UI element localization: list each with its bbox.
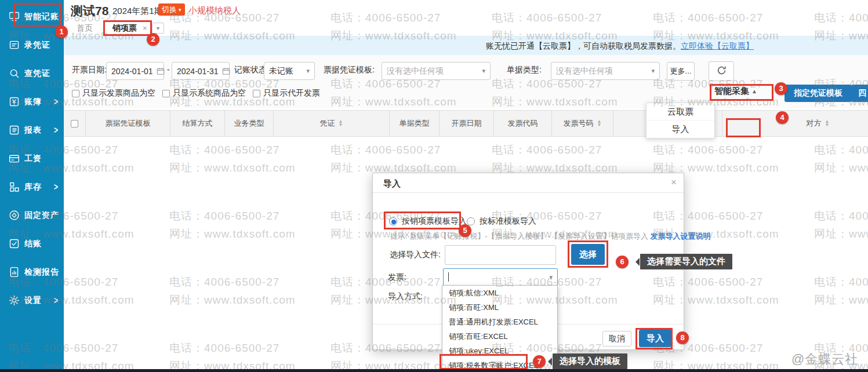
smart-collect-menu: 云取票导入 — [646, 103, 715, 138]
menu-item-导入[interactable]: 导入 — [647, 121, 714, 138]
dialog-hint: 提示: 新版菜单【记账报税】-【票据导入模板】-【发票导入设置】销项票导入 发票… — [390, 231, 711, 242]
tab-list-dropdown[interactable]: ▾ — [152, 23, 164, 34]
chevron-right-icon: > — [54, 125, 58, 135]
voucher-template-label: 票据凭证模板: — [324, 65, 375, 75]
closing-icon — [8, 238, 20, 250]
chevron-down-icon: ▾ — [482, 67, 485, 75]
column-header-10[interactable]: 对方▲▼ — [722, 111, 868, 136]
close-tab-icon[interactable]: × — [143, 24, 147, 32]
assign-voucher-template-button[interactable]: 指定凭证模板 — [785, 85, 852, 102]
invoice-option-1[interactable]: 销项:航信:XML — [442, 286, 557, 300]
column-header-4[interactable]: 凭证▲▼ — [274, 111, 390, 136]
date-separator: - — [167, 65, 170, 74]
refresh-button[interactable] — [709, 61, 734, 81]
chevron-right-icon: > — [54, 295, 58, 305]
notice-link[interactable]: 立即体验【云取票】 — [681, 41, 754, 50]
checkbox-icon[interactable] — [72, 90, 79, 97]
date-to-field[interactable] — [172, 62, 230, 80]
radio-unselected-icon[interactable] — [467, 217, 475, 225]
import-file-input[interactable] — [445, 245, 556, 265]
voucher-template-select[interactable]: 没有选中任何项 ▾ — [382, 62, 491, 80]
sidebar-item-check-report[interactable]: 检测报告 — [0, 258, 64, 286]
invoice-option-3[interactable]: 普通:通用机打发票:EXCEL — [442, 315, 557, 329]
smart-collect-button[interactable]: 智能采集 ▲ — [714, 86, 757, 97]
invoice-option-4[interactable]: 销项:百旺:EXCEL — [442, 329, 557, 344]
chevron-up-icon: ▲ — [751, 88, 757, 94]
taxpayer-type-label: 小规模纳税人 — [188, 5, 241, 16]
refresh-icon — [716, 65, 727, 78]
filter-checkbox-1[interactable]: 只显示发票商品为空 — [72, 88, 155, 99]
report-icon — [8, 124, 20, 137]
checkbox-icon[interactable] — [71, 120, 78, 127]
more-filters-button[interactable]: 更多... — [667, 62, 695, 81]
cancel-button[interactable]: 取消 — [602, 331, 631, 347]
sidebar-item-fixed-assets[interactable]: 固定资产 — [0, 201, 64, 229]
invoice-table-header: 票据凭证模板结算方式业务类型凭证▲▼单据类型开票日期发票代码发票号码▲▼数电票号… — [64, 110, 868, 137]
invoice-option-5[interactable]: 销项:ukey:EXCEL — [442, 344, 557, 358]
sidebar-item-settings[interactable]: 设置> — [0, 286, 64, 315]
sidebar-item-inventory[interactable]: 库存> — [0, 173, 64, 201]
date-to-input[interactable] — [177, 67, 221, 76]
sidebar: 智能记账录凭证查凭证账簿>报表>工资库存>固定资产结账检测报告设置> — [0, 0, 64, 372]
filter-checkbox-3[interactable]: 只显示代开发票 — [253, 88, 320, 99]
filter-section: 开票日期: - 记账状态: 未记账 ▾ 票据凭证模板: 没有选中任何项 ▾ 单据… — [64, 55, 868, 108]
ledger-icon — [8, 96, 20, 108]
column-header-7: 发票代码 — [494, 111, 552, 136]
doc-type-select[interactable]: 没有选中任何项 ▾ — [551, 62, 660, 80]
checkbox-icon[interactable] — [253, 90, 260, 97]
sidebar-item-ledger[interactable]: 账簿> — [0, 87, 64, 116]
checkbox-icon[interactable] — [162, 90, 170, 97]
sidebar-item-salary[interactable]: 工资 — [0, 144, 64, 173]
calendar-icon[interactable] — [157, 67, 165, 75]
sort-icon[interactable]: ▲▼ — [339, 120, 343, 127]
sidebar-item-search-voucher[interactable]: 查凭证 — [0, 59, 64, 87]
switch-account-button[interactable]: 切换 ▾ — [158, 3, 185, 16]
filter-checkbox-2[interactable]: 只显示系统商品为空 — [162, 88, 246, 99]
sidebar-item-record-voucher[interactable]: 录凭证 — [0, 31, 64, 59]
invoice-template-options: 销项:航信:XML销项:百旺:XML普通:通用机打发票:EXCEL销项:百旺:E… — [442, 285, 558, 372]
choose-file-button[interactable]: 选择 — [571, 244, 605, 265]
company-name: 测试78 — [71, 3, 108, 19]
inventory-icon — [8, 181, 20, 194]
menu-item-云取票[interactable]: 云取票 — [647, 103, 714, 121]
column-header-1: 票据凭证模板 — [86, 111, 170, 136]
sidebar-item-closing[interactable]: 结账 — [0, 229, 64, 258]
title-bar: 测试78 2024年第1期 切换 ▾ 小规模纳税人 — [64, 0, 868, 20]
truncated-right-button[interactable]: 四 — [851, 85, 868, 102]
chevron-down-icon: ▾ — [651, 67, 655, 75]
sidebar-item-report[interactable]: 报表> — [0, 116, 64, 144]
dialog-title: 导入 — [383, 178, 401, 189]
radio-sales-template[interactable]: 按销项票模板导入 — [389, 216, 467, 227]
sidebar-item-smart-accounting[interactable]: 智能记账 — [0, 2, 64, 31]
salary-icon — [8, 152, 20, 165]
column-header-2: 结算方式 — [170, 111, 225, 136]
booking-status-select[interactable]: 未记账 ▾ — [264, 62, 315, 80]
notice-text: 账无忧已开通【云取票】，可自动获取税局发票数据。 — [486, 41, 681, 50]
tab-home[interactable]: 首页 — [77, 23, 93, 34]
chevron-down-icon: ▾ — [179, 7, 181, 13]
display-filter-checkboxes: 只显示发票商品为空只显示系统商品为空只显示代开发票 — [72, 88, 320, 99]
sort-icon[interactable]: ▲▼ — [597, 120, 602, 127]
bottom-edge-strip — [0, 369, 868, 372]
radio-selected-icon[interactable] — [389, 217, 397, 225]
dialog-close-icon[interactable]: × — [671, 177, 677, 188]
column-header-8[interactable]: 发票号码▲▼ — [552, 111, 613, 136]
text-cursor — [448, 272, 449, 282]
tab-bar: 首页 销项票× ▾ — [64, 20, 868, 36]
select-all-checkbox[interactable] — [64, 111, 86, 136]
column-header-6: 开票日期 — [440, 111, 494, 136]
date-from-input[interactable] — [111, 67, 155, 76]
invoice-option-2[interactable]: 销项:百旺:XML — [442, 300, 557, 315]
date-from-field[interactable] — [106, 62, 164, 80]
radio-standard-template[interactable]: 按标准模板导入 — [467, 216, 536, 227]
tab-sales-invoice[interactable]: 销项票× — [112, 23, 147, 34]
import-mode-label: 导入方式: — [388, 291, 423, 302]
sort-icon[interactable]: ▲▼ — [825, 120, 830, 127]
chevron-down-icon: ▾ — [306, 67, 310, 75]
invoice-template-combobox[interactable]: ▾ — [443, 268, 558, 286]
calendar-icon[interactable] — [222, 67, 230, 75]
import-settings-help-link[interactable]: 发票导入设置说明 — [651, 232, 711, 240]
column-header-5: 单据类型 — [390, 111, 440, 136]
divider — [373, 192, 684, 193]
import-confirm-button[interactable]: 导入 — [639, 330, 671, 347]
